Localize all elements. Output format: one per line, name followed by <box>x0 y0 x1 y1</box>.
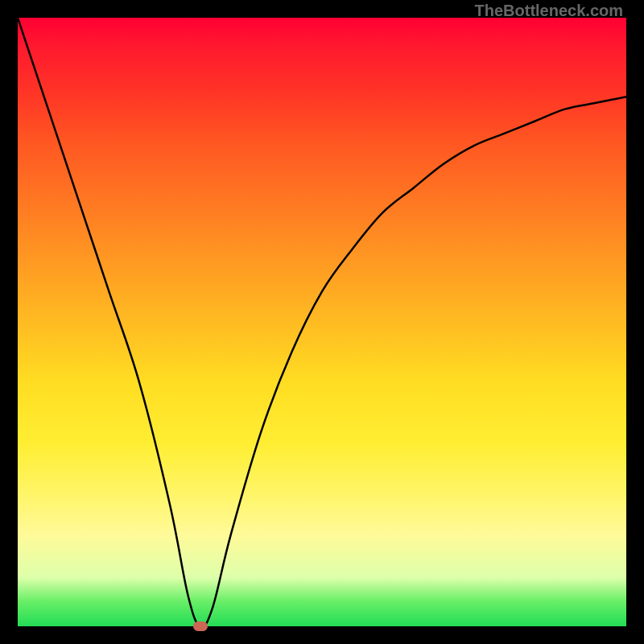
minimum-marker <box>193 621 208 631</box>
bottleneck-curve <box>18 18 626 626</box>
chart-container: TheBottleneck.com <box>0 0 644 644</box>
curve-svg <box>18 18 626 626</box>
attribution-text: TheBottleneck.com <box>475 2 623 20</box>
